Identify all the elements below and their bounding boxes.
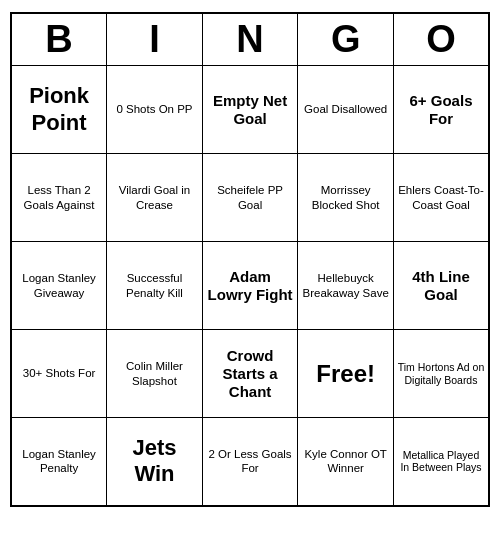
cell-2-3: Hellebuyck Breakaway Save [298,242,394,330]
bingo-letter-n: N [202,13,298,66]
cell-1-2: Scheifele PP Goal [202,154,298,242]
cell-3-0: 30+ Shots For [11,330,107,418]
cell-2-1: Successful Penalty Kill [107,242,203,330]
cell-1-3: Morrissey Blocked Shot [298,154,394,242]
cell-3-2: Crowd Starts a Chant [202,330,298,418]
cell-3-1: Colin Miller Slapshot [107,330,203,418]
bingo-letter-g: G [298,13,394,66]
cell-0-4: 6+ Goals For [393,66,489,154]
cell-0-0: Pionk Point [11,66,107,154]
cell-0-2: Empty Net Goal [202,66,298,154]
cell-4-0: Logan Stanley Penalty [11,418,107,506]
cell-4-3: Kyle Connor OT Winner [298,418,394,506]
cell-4-4: Metallica Played In Between Plays [393,418,489,506]
cell-1-1: Vilardi Goal in Crease [107,154,203,242]
cell-4-2: 2 Or Less Goals For [202,418,298,506]
bingo-header [10,0,490,12]
cell-0-3: Goal Disallowed [298,66,394,154]
cell-1-0: Less Than 2 Goals Against [11,154,107,242]
cell-1-4: Ehlers Coast-To-Coast Goal [393,154,489,242]
bingo-letter-o: O [393,13,489,66]
bingo-letter-b: B [11,13,107,66]
cell-2-4: 4th Line Goal [393,242,489,330]
bingo-letter-i: I [107,13,203,66]
bingo-grid: BINGO Pionk Point0 Shots On PPEmpty Net … [10,12,490,507]
cell-4-1: Jets Win [107,418,203,506]
cell-3-4: Tim Hortons Ad on Digitally Boards [393,330,489,418]
cell-0-1: 0 Shots On PP [107,66,203,154]
cell-3-3: Free! [298,330,394,418]
cell-2-2: Adam Lowry Fight [202,242,298,330]
cell-2-0: Logan Stanley Giveaway [11,242,107,330]
